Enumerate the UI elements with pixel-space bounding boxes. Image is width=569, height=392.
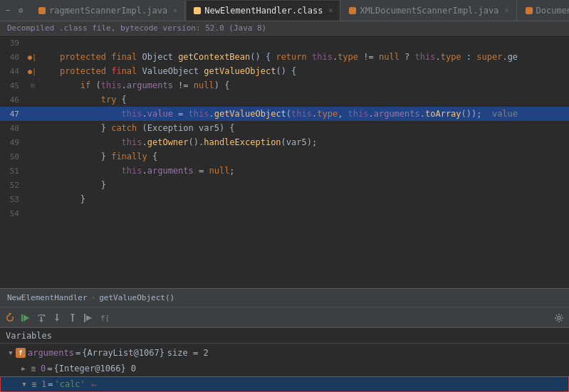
code-line-44: 44 ●| protected final ValueObject getVal… [0,64,569,78]
tab-label: NewElementHandler.class [204,6,323,16]
code-area: 39 40 ●| protected final Object getConte… [0,36,569,288]
code-line-46: 46 try { [0,92,569,107]
var-value-0: {Integer@1066} 0 [53,364,136,374]
restart-button[interactable] [4,312,16,324]
line-number: 39 [0,38,25,48]
var-equals: = [48,379,53,389]
line-gutter: ⊟ [25,82,39,89]
code-line-47: 47 this.value = this.getValueObject(this… [0,107,569,121]
list-icon: ≡ [28,364,38,374]
line-code: } [39,180,569,190]
field-icon: f [16,348,26,358]
line-code: this.value = this.getValueObject(this.ty… [39,109,569,119]
var-value-1: 'calc' [54,379,85,389]
line-number: 50 [0,152,25,161]
code-line-52: 52 } [0,178,569,192]
line-code: } finally { [39,152,569,161]
line-gutter: ●| [25,53,39,61]
svg-marker-11 [86,315,92,321]
var-name-1: 1 [41,379,46,389]
step-over-button[interactable] [35,312,48,324]
svg-marker-9 [71,314,75,317]
code-line-45: 45 ⊟ if (this.arguments != null) { [0,78,569,92]
expand-icon-arguments[interactable]: ▼ [6,348,16,358]
var-size-arguments: size = 2 [167,348,209,358]
line-number: 48 [0,124,25,133]
code-line-39: 39 [0,36,569,50]
tab-close-icon[interactable]: × [504,6,508,14]
svg-rect-10 [84,314,85,322]
gear-icon[interactable]: ⚙ [16,6,26,16]
tab-label: DocumentHandler.c... [536,6,569,16]
svg-marker-3 [43,314,46,317]
svg-marker-7 [55,319,59,322]
breadcrumb-separator: › [91,293,96,302]
debug-panel: f(x) Variables ▼ f arguments = {ArrayLis… [0,307,569,392]
line-number: 45 [0,81,25,90]
breadcrumb-bar: NewElementHandler › getValueObject() [0,288,569,307]
code-line-48: 48 } catch (Exception var5) { [0,121,569,135]
svg-text:f(x): f(x) [100,314,109,323]
svg-rect-2 [21,314,23,322]
line-number: 53 [0,195,25,204]
line-code: this.arguments = null; [39,166,569,176]
tab-controls: − ⚙ [3,6,26,16]
svg-marker-1 [24,314,29,322]
tab-new-element-handler[interactable]: NewElementHandler.class × [187,1,340,21]
tab-document-handler[interactable]: DocumentHandler.c... × [518,1,569,21]
breadcrumb-method[interactable]: getValueObject() [99,293,174,302]
var-equals: = [75,348,80,358]
minus-icon[interactable]: − [3,6,13,16]
expand-icon-1[interactable]: ▼ [19,379,29,389]
var-name-arguments: arguments [28,348,74,358]
decompiled-notice: Decompiled .class file, bytecode version… [0,21,569,36]
line-number: 51 [0,166,25,176]
class-file-icon [194,7,201,14]
tab-xml-scanner[interactable]: XMLDocumentScannerImpl.java × [342,1,516,21]
line-code: try { [39,95,569,105]
line-code: this.getOwner().handleException(var5); [39,137,569,147]
java-file-icon [38,7,46,14]
line-number: 44 [0,67,25,76]
tab-close-icon[interactable]: × [173,6,177,14]
line-code: } catch (Exception var5) { [39,123,569,133]
evaluate-button[interactable]: f(x) [98,312,110,324]
var-equals: = [47,364,52,374]
code-line-54: 54 [0,206,569,221]
step-out-button[interactable] [66,312,79,324]
line-code: if (this.arguments != null) { [39,80,569,90]
tab-fragment-scanner[interactable]: ragmentScannerImpl.java × [31,1,185,21]
code-line-49: 49 this.getOwner().handleException(var5)… [0,135,569,149]
line-number: 40 [0,53,25,62]
svg-marker-5 [39,320,43,322]
var-row-0[interactable]: ▶ ≡ 0 = {Integer@1066} 0 [0,361,569,376]
tab-close-icon[interactable]: × [328,6,333,14]
var-row-arguments[interactable]: ▼ f arguments = {ArrayList@1067} size = … [0,345,569,361]
line-number: 46 [0,95,25,105]
line-gutter: ●| [25,68,39,75]
settings-button[interactable] [553,312,565,324]
decompiled-notice-text: Decompiled .class file, bytecode version… [7,23,266,33]
red-arrow-indicator: ← [91,378,97,390]
code-line-53: 53 } [0,192,569,206]
code-line-50: 50 } finally { [0,149,569,164]
panel-title: Variables [0,328,569,344]
tab-label: ragmentScannerImpl.java [49,6,167,16]
panel-toolbar: f(x) [0,308,569,328]
var-row-1[interactable]: ▼ ≡ 1 = 'calc' ← [0,376,569,392]
tab-label: XMLDocumentScannerImpl.java [360,6,498,16]
line-code: protected final ValueObject getValueObje… [39,66,569,76]
expand-icon-0[interactable]: ▶ [19,364,28,374]
svg-point-13 [558,317,560,319]
line-number: 49 [0,138,25,147]
line-code: } [39,194,569,204]
run-to-cursor-button[interactable] [82,312,95,324]
var-value-arguments: {ArrayList@1067} [82,348,165,358]
var-name-0: 0 [41,364,46,374]
breadcrumb-class[interactable]: NewElementHandler [7,293,88,302]
list-icon: ≡ [29,379,39,389]
panel-title-text: Variables [6,331,52,341]
step-into-button[interactable] [51,312,63,324]
code-line-40: 40 ●| protected final Object getContextB… [0,50,569,64]
resume-button[interactable] [19,312,32,324]
